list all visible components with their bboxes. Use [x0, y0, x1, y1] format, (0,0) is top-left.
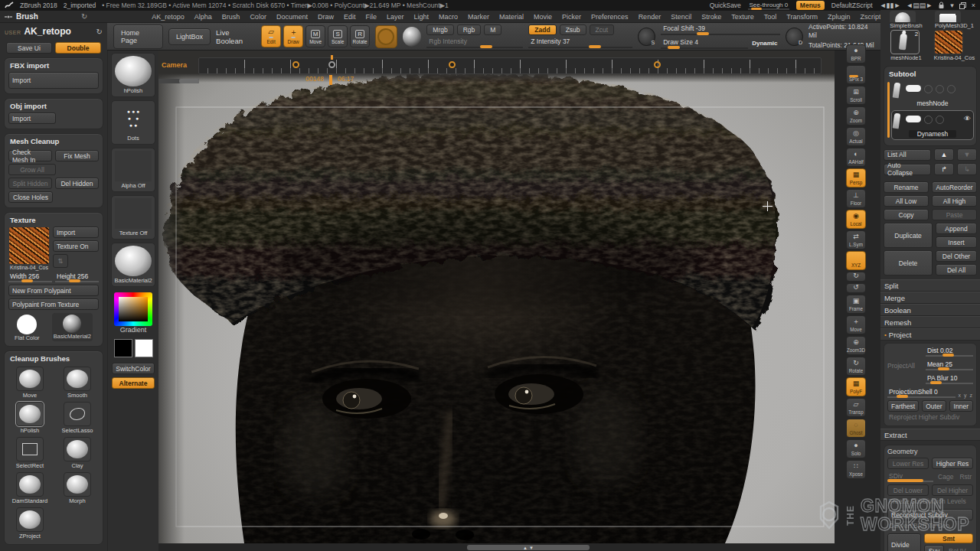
texture-width-slider[interactable]: Width 256 — [8, 272, 52, 282]
slider-thumb[interactable] — [751, 8, 762, 10]
reconstruct-subdiv-button[interactable]: Reconstruct Subdiv — [887, 509, 973, 520]
lower-res-button[interactable]: Lower Res — [887, 458, 929, 469]
smt-button[interactable]: Smt — [924, 533, 973, 543]
menu-item[interactable]: Draw — [318, 13, 334, 21]
strip-button[interactable]: ↻ — [846, 272, 866, 282]
subtool-row[interactable]: meshNode — [892, 80, 973, 109]
menu-item[interactable]: Light — [413, 13, 429, 21]
rename-button[interactable]: Rename — [884, 181, 929, 193]
lock-icon[interactable] — [938, 2, 945, 9]
draw-size-slider[interactable]: Draw Size 4 — [661, 38, 748, 49]
texture-button[interactable]: Texture Off — [111, 195, 155, 240]
slider-thumb[interactable] — [897, 395, 908, 398]
restore-icon[interactable] — [959, 2, 966, 9]
see-through-slider[interactable]: See-through 0 — [748, 2, 789, 10]
mrgb-button[interactable]: Mrgb — [426, 24, 453, 35]
gradient-picker[interactable] — [114, 292, 152, 326]
stroke-type-button[interactable]: Dots — [111, 100, 155, 145]
strip-button[interactable]: ● Solo — [846, 439, 866, 458]
menus-toggle-button[interactable]: Menus — [796, 1, 825, 10]
stroke-dial-icon[interactable]: S — [638, 28, 655, 46]
slider-thumb[interactable] — [589, 45, 601, 48]
timeline-keyframe-current[interactable] — [328, 61, 335, 68]
menu-item[interactable]: File — [365, 13, 377, 21]
new-from-polypaint-button[interactable]: New From Polypaint — [8, 285, 99, 296]
minimize-icon[interactable]: ▾ — [950, 2, 954, 9]
material-preview-button[interactable] — [403, 27, 422, 47]
strip-button[interactable]: ⊞ Scroll — [846, 86, 866, 105]
del-all-button[interactable]: Del All — [936, 264, 977, 276]
rstr-button[interactable]: Rstr — [958, 471, 973, 482]
menu-item[interactable]: Layer — [387, 13, 404, 21]
brush-button[interactable]: Clay — [64, 437, 91, 469]
strip-button[interactable]: ↺ — [846, 283, 866, 293]
menu-item[interactable]: Macro — [439, 13, 458, 21]
refresh-icon[interactable]: ↻ — [81, 12, 87, 21]
all-low-button[interactable]: All Low — [884, 195, 929, 207]
color-picker[interactable]: Gradient — [114, 290, 152, 334]
timeline-ruler[interactable] — [198, 57, 822, 74]
close-icon[interactable]: × — [972, 2, 975, 9]
delete-button[interactable]: Delete — [884, 250, 933, 276]
inner-button[interactable]: Inner — [949, 400, 973, 412]
strip-button[interactable]: ⊕ Zoom3D — [846, 336, 866, 355]
check-mesh-button[interactable]: Check Mesh In — [8, 150, 52, 161]
timeline-keyframe-hollow[interactable] — [292, 61, 299, 68]
menu-item[interactable]: Material — [499, 13, 524, 21]
rgb-button[interactable]: Rgb — [457, 24, 482, 35]
strip-button[interactable]: ⊕ Zoom — [846, 106, 866, 126]
switch-color-button[interactable]: SwitchColor — [112, 363, 155, 374]
projection-shell-slider[interactable]: ProjectionShell 0 — [887, 388, 956, 398]
menu-item[interactable]: Picker — [562, 13, 581, 21]
double-button[interactable]: Double — [55, 42, 101, 54]
strip-button[interactable]: ＋ Move — [846, 315, 866, 334]
secondary-color-swatch[interactable] — [135, 339, 153, 357]
polymesh-tool-button[interactable]: PolyMesh3D_1 — [935, 11, 974, 29]
timeline-keyframe-hollow[interactable] — [654, 61, 661, 68]
brush-button[interactable]: Morph — [64, 472, 91, 504]
texture-height-slider[interactable]: Height 256 — [55, 272, 99, 282]
slider-thumb[interactable] — [938, 367, 949, 370]
timeline-scrollbar[interactable] — [158, 79, 199, 83]
zcut-button[interactable]: Zcut — [590, 24, 615, 35]
higher-res-button[interactable]: Higher Res — [932, 458, 973, 469]
zsub-button[interactable]: Zsub — [560, 24, 586, 35]
jump-prev-button[interactable]: ↳ — [957, 163, 977, 175]
material-button[interactable]: BasicMaterial2 — [111, 243, 155, 287]
move-up-button[interactable]: ▲ — [934, 148, 954, 161]
menu-item[interactable]: Texture — [731, 13, 754, 21]
append-button[interactable]: Append — [936, 223, 977, 234]
autoreorder-button[interactable]: AutoReorder — [932, 181, 977, 193]
visibility-toggle[interactable] — [906, 116, 921, 122]
convert-bpr-button[interactable]: Convert BPR To Geo — [887, 520, 973, 531]
all-high-button[interactable]: All High — [932, 195, 977, 207]
brush-button[interactable]: ZProject — [16, 507, 44, 540]
slider-thumb[interactable] — [930, 381, 942, 384]
mean-slider[interactable]: Mean 25 — [926, 360, 973, 370]
menu-item[interactable]: Document — [276, 13, 308, 21]
subtool-row-selected[interactable]: 👁 Dynamesh — [892, 111, 973, 139]
menu-item[interactable]: AK_retopo — [152, 13, 185, 21]
divide-button[interactable]: Divide — [887, 533, 921, 551]
mode-button[interactable]: S Scale — [328, 25, 348, 47]
depth-dial-icon[interactable]: D — [786, 28, 803, 46]
sdiv-slider[interactable]: SDiv — [887, 472, 933, 482]
strip-button[interactable]: ◎ Actual — [846, 127, 866, 146]
strip-button[interactable]: ◐ AAHalf — [846, 148, 866, 167]
strip-button[interactable]: ● BPR — [846, 44, 866, 64]
insert-button[interactable]: Insert — [936, 236, 977, 248]
pen-pressure-icon[interactable]: ◄▮▮► — [880, 2, 901, 9]
copy-button[interactable]: Copy — [884, 209, 929, 220]
material-thumbnail[interactable] — [63, 315, 81, 333]
list-all-button[interactable]: List All — [884, 149, 931, 161]
playhead-marker[interactable] — [329, 75, 332, 85]
slider-thumb[interactable] — [887, 479, 923, 482]
del-lower-button[interactable]: Del Lower — [887, 484, 929, 496]
farthest-button[interactable]: Farthest — [887, 400, 919, 412]
split-hidden-button[interactable]: Split Hidden — [8, 178, 52, 189]
ui-groups-icon[interactable]: ◄▤▤► — [906, 2, 933, 9]
timeline-keyframe-hollow[interactable] — [449, 61, 456, 68]
strip-button[interactable]: ↻ Rotate — [846, 357, 866, 376]
boolean-section[interactable]: Boolean — [880, 304, 980, 316]
fix-mesh-button[interactable]: Fix Mesh — [55, 150, 99, 161]
